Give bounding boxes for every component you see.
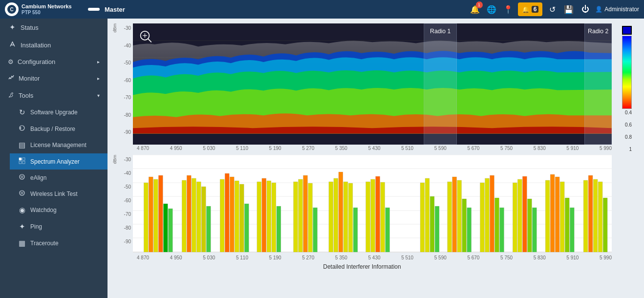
heatmap-svg: Radio 1 Radio 2 <box>133 23 612 145</box>
sidebar-item-watchdog[interactable]: ◉ Watchdog <box>10 202 107 218</box>
svg-rect-79 <box>435 206 439 252</box>
wireless-link-icon <box>18 190 26 198</box>
svg-rect-5 <box>19 158 21 160</box>
svg-rect-76 <box>420 183 425 252</box>
svg-rect-40 <box>158 175 163 252</box>
svg-rect-38 <box>149 177 153 252</box>
sidebar-item-backup-restore[interactable]: Backup / Restore <box>10 121 107 137</box>
svg-rect-61 <box>299 179 303 252</box>
svg-point-9 <box>20 174 24 179</box>
svg-rect-62 <box>303 175 308 252</box>
sidebar-item-traceroute[interactable]: ▦ Traceroute <box>10 235 107 252</box>
svg-rect-96 <box>550 174 555 252</box>
svg-rect-70 <box>353 208 358 252</box>
location-icon: 📍 <box>503 5 513 14</box>
svg-rect-89 <box>500 208 504 252</box>
svg-rect-45 <box>192 178 196 252</box>
sidebar-label-spectrum-analyzer: Spectrum Analyzer <box>30 158 80 165</box>
monitor-icon <box>8 74 15 83</box>
bar-chart-section: dBm -30 -40 -50 -60 -70 -80 -90 <box>112 155 612 271</box>
bar-x-axis: 4 870 4 950 5 030 5 110 5 190 5 270 5 35… <box>137 254 612 261</box>
svg-rect-48 <box>206 206 211 252</box>
svg-rect-41 <box>163 204 168 252</box>
backup-icon <box>18 125 26 133</box>
charts-left: dBm -30 -40 -50 -60 -70 -80 -90 <box>112 23 612 271</box>
user-icon: 👤 <box>595 6 602 13</box>
svg-rect-50 <box>225 173 229 252</box>
sidebar-item-software-upgrade[interactable]: ↻ Software Upgrade <box>10 104 107 121</box>
svg-rect-64 <box>313 208 318 252</box>
svg-rect-102 <box>588 175 593 252</box>
sidebar-item-status[interactable]: ✦ Status <box>0 19 107 36</box>
heatmap-y-axis: -30 -40 -50 -60 -70 -80 -90 <box>117 23 133 145</box>
refresh-icon: ↺ <box>549 5 556 14</box>
bar-chart-svg <box>133 155 612 253</box>
svg-rect-81 <box>452 177 457 252</box>
svg-rect-98 <box>560 182 564 252</box>
svg-point-12 <box>21 192 23 194</box>
svg-rect-86 <box>485 178 490 252</box>
refresh-button[interactable]: ↺ <box>545 2 559 16</box>
power-button[interactable]: ⏻ <box>579 2 592 16</box>
sidebar-label-status: Status <box>21 24 39 31</box>
sidebar-item-configuration[interactable]: ⚙ Configuration ▸ <box>0 54 107 70</box>
sidebar-label-wireless-link-test: Wireless Link Test <box>30 191 77 197</box>
color-legend: 0.4 0.6 0.8 1 <box>615 23 639 271</box>
heatmap-x-axis: 4 870 4 950 5 030 5 110 5 190 5 270 5 35… <box>137 145 612 152</box>
device-name-input[interactable] <box>88 8 100 11</box>
sidebar-item-ping[interactable]: ✦ Ping <box>10 218 107 235</box>
svg-rect-56 <box>262 178 266 252</box>
svg-rect-67 <box>339 172 343 252</box>
svg-rect-82 <box>457 180 462 252</box>
notification-button[interactable]: 🔔 1 <box>468 2 482 16</box>
sidebar-item-wireless-link-test[interactable]: Wireless Link Test <box>10 186 107 202</box>
svg-rect-91 <box>517 179 522 252</box>
svg-rect-92 <box>522 176 527 252</box>
svg-rect-104 <box>598 182 602 252</box>
svg-rect-20 <box>424 23 457 145</box>
logo-text: Cambium Networks PTP 550 <box>21 3 72 15</box>
globe-icon: 🌐 <box>487 5 496 14</box>
sidebar-item-ealign[interactable]: eAlign <box>10 170 107 186</box>
sidebar-item-installation[interactable]: Installation <box>0 36 107 54</box>
sidebar-label-ping: Ping <box>30 223 42 230</box>
location-button[interactable]: 📍 <box>501 2 515 16</box>
chevron-right-icon: ▸ <box>97 59 100 64</box>
logo: C Cambium Networks PTP 550 <box>5 2 83 16</box>
svg-rect-80 <box>448 182 452 252</box>
alarm-button[interactable]: 🔔 6 <box>518 2 543 16</box>
svg-rect-54 <box>244 204 249 252</box>
chevron-down-icon-tools: ▾ <box>97 93 100 98</box>
sidebar-item-monitor[interactable]: Monitor ▸ <box>0 70 107 87</box>
globe-button[interactable]: 🌐 <box>485 2 498 16</box>
svg-rect-59 <box>277 206 281 252</box>
svg-rect-103 <box>593 179 598 252</box>
legend-scale: 0.4 0.6 0.8 1 <box>622 110 632 152</box>
sidebar: ✦ Status Installation ⚙ Configuration ▸ <box>0 19 107 298</box>
svg-rect-83 <box>462 199 467 252</box>
user-info: 👤 Administrator <box>595 6 639 13</box>
license-icon: ▤ <box>18 141 26 149</box>
sidebar-label-software-upgrade: Software Upgrade <box>30 109 78 116</box>
power-icon: ⏻ <box>581 5 589 14</box>
save-button[interactable]: 💾 <box>562 2 576 16</box>
header: C Cambium Networks PTP 550 Master 🔔 1 🌐 … <box>0 0 644 19</box>
ping-icon: ✦ <box>18 222 26 231</box>
sidebar-item-tools[interactable]: Tools ▾ <box>0 87 107 104</box>
svg-rect-69 <box>348 183 353 252</box>
svg-rect-6 <box>22 158 25 160</box>
svg-rect-55 <box>257 182 261 252</box>
svg-text:C: C <box>10 7 13 12</box>
alarm-bell-icon: 🔔 <box>522 6 530 13</box>
user-name: Administrator <box>604 6 639 13</box>
svg-rect-88 <box>495 198 499 252</box>
sidebar-item-spectrum-analyzer[interactable]: Spectrum Analyzer <box>10 153 107 170</box>
sidebar-label-installation: Installation <box>21 42 51 49</box>
notification-badge: 1 <box>476 1 483 8</box>
svg-rect-75 <box>386 208 390 252</box>
svg-rect-47 <box>201 187 206 252</box>
device-role: Master <box>105 6 125 13</box>
svg-rect-7 <box>19 161 21 164</box>
sidebar-item-license-management[interactable]: ▤ License Management <box>10 137 107 153</box>
svg-rect-8 <box>22 161 25 164</box>
